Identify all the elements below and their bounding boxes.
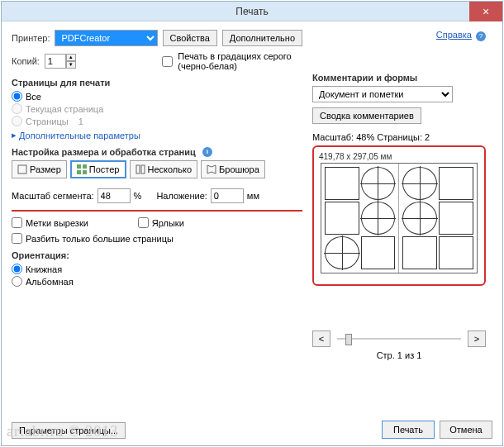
- printer-select[interactable]: PDFCreator: [55, 30, 157, 46]
- copies-label: Копий:: [12, 56, 40, 66]
- pages-current-label: Текущая страница: [26, 104, 103, 114]
- titlebar: Печать ×: [2, 2, 502, 21]
- landscape-radio[interactable]: [12, 276, 22, 287]
- pages-section-title: Страницы для печати: [12, 78, 302, 88]
- only-large-label: Разбить только большие страницы: [26, 234, 174, 244]
- overlap-label: Наложение:: [156, 191, 207, 201]
- printer-label: Принтер:: [12, 33, 50, 43]
- only-large-checkbox[interactable]: [12, 233, 22, 244]
- labels-label: Ярлыки: [152, 218, 184, 228]
- pages-range-radio[interactable]: [12, 116, 22, 126]
- info-icon[interactable]: i: [202, 147, 212, 157]
- grayscale-checkbox[interactable]: [162, 56, 173, 67]
- pages-current-radio[interactable]: [12, 103, 22, 114]
- pages-range-label: Страницы: [26, 117, 69, 126]
- pages-all-label: Все: [26, 92, 41, 102]
- landscape-label: Альбомная: [26, 277, 74, 287]
- page-setup-button[interactable]: Параметры страницы...: [12, 422, 126, 439]
- tab-booklet[interactable]: Брошюра: [201, 160, 265, 178]
- labels-checkbox[interactable]: [138, 217, 149, 228]
- svg-rect-1: [77, 164, 81, 169]
- segment-scale-input[interactable]: [97, 188, 131, 203]
- overlap-input[interactable]: [211, 188, 244, 203]
- preview-prev-button[interactable]: <: [312, 330, 330, 347]
- preview-sheet: [321, 163, 478, 273]
- cancel-button[interactable]: Отмена: [440, 421, 492, 439]
- slider-thumb[interactable]: [345, 334, 352, 345]
- help-icon[interactable]: ?: [476, 31, 486, 41]
- tab-size[interactable]: Размер: [12, 160, 67, 178]
- portrait-label: Книжная: [26, 264, 62, 274]
- more-options-toggle[interactable]: ▸ Дополнительные параметры: [12, 130, 302, 140]
- cutmarks-label: Метки вырезки: [26, 218, 88, 228]
- orientation-title: Ориентация:: [12, 250, 302, 260]
- advanced-button[interactable]: Дополнительно: [222, 30, 302, 46]
- segment-unit: %: [134, 191, 142, 201]
- portrait-radio[interactable]: [12, 264, 22, 274]
- svg-rect-0: [18, 165, 26, 174]
- booklet-icon: [207, 164, 216, 174]
- close-button[interactable]: ×: [469, 2, 502, 21]
- scale-info: Масштаб: 48% Страницы: 2: [312, 132, 486, 142]
- tab-poster[interactable]: Постер: [70, 160, 126, 178]
- cutmarks-checkbox[interactable]: [12, 217, 22, 228]
- chevron-right-icon: ▸: [12, 130, 17, 140]
- svg-rect-3: [77, 170, 81, 174]
- sizing-section-title: Настройка размера и обработка страниц: [12, 147, 196, 157]
- copies-spinner[interactable]: ▲ ▼: [45, 54, 76, 69]
- preview-dimensions: 419,78 x 297,05 мм: [319, 152, 479, 161]
- spin-up-icon[interactable]: ▲: [66, 54, 76, 61]
- page-counter: Стр. 1 из 1: [312, 350, 486, 360]
- preview-slider[interactable]: [337, 332, 461, 345]
- preview-area: 419,78 x 297,05 мм: [312, 145, 486, 286]
- size-icon: [17, 164, 27, 174]
- comments-summary-button[interactable]: Сводка комментариев: [312, 107, 421, 124]
- help-link[interactable]: Справка: [436, 30, 472, 40]
- properties-button[interactable]: Свойства: [163, 30, 217, 46]
- multiple-icon: [136, 164, 145, 174]
- grayscale-label: Печать в градациях серого (черно-белая): [178, 51, 302, 71]
- copies-input[interactable]: [45, 54, 66, 69]
- comments-select[interactable]: Документ и пометки: [312, 86, 453, 102]
- spin-down-icon[interactable]: ▼: [66, 61, 76, 69]
- poster-icon: [77, 164, 87, 174]
- tab-multiple[interactable]: Несколько: [130, 160, 198, 178]
- overlap-unit: мм: [247, 191, 259, 201]
- window-title: Печать: [2, 6, 502, 17]
- pages-all-radio[interactable]: [12, 91, 22, 102]
- print-button[interactable]: Печать: [382, 421, 435, 439]
- svg-rect-4: [83, 170, 87, 174]
- svg-rect-6: [141, 165, 145, 174]
- comments-title: Комментарии и формы: [312, 73, 486, 83]
- svg-rect-5: [136, 165, 140, 174]
- segment-scale-label: Масштаб сегмента:: [12, 191, 94, 201]
- preview-next-button[interactable]: >: [468, 330, 486, 347]
- pages-range-value: 1: [78, 117, 83, 126]
- svg-rect-2: [83, 164, 87, 169]
- print-dialog: Печать × Принтер: PDFCreator Свойства До…: [1, 1, 503, 446]
